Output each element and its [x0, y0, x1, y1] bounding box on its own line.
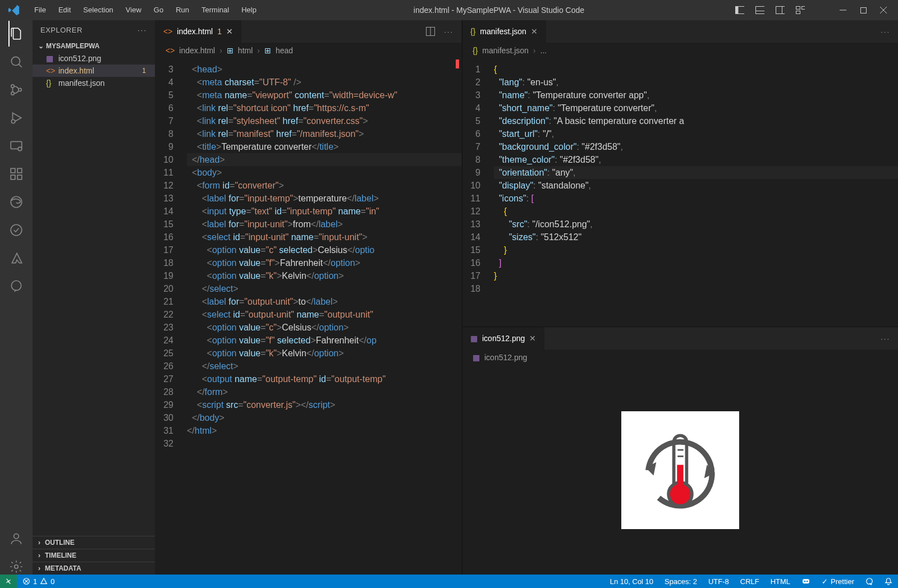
- source-control-icon[interactable]: [8, 82, 24, 98]
- close-tab-icon[interactable]: ✕: [529, 334, 536, 343]
- svg-rect-21: [11, 168, 15, 173]
- svg-point-13: [11, 57, 20, 65]
- status-indentation[interactable]: Spaces: 2: [659, 577, 703, 586]
- more-actions-icon[interactable]: ···: [444, 27, 453, 36]
- window-minimize-icon[interactable]: [839, 6, 847, 15]
- svg-rect-8: [796, 11, 800, 14]
- close-tab-icon[interactable]: ✕: [226, 27, 233, 36]
- settings-gear-icon[interactable]: [8, 559, 24, 575]
- code-editor-manifest[interactable]: 123456789101112131415161718 { "lang": "e…: [462, 58, 898, 327]
- image-preview[interactable]: [462, 365, 898, 575]
- svg-point-29: [15, 565, 19, 569]
- extensions-icon[interactable]: [8, 166, 24, 182]
- status-eol[interactable]: CRLF: [735, 577, 765, 586]
- menu-help[interactable]: Help: [235, 0, 263, 20]
- status-feedback-icon[interactable]: [860, 577, 879, 585]
- status-bell-icon[interactable]: [879, 577, 898, 585]
- status-bar: 1 0 Ln 10, Col 10 Spaces: 2 UTF-8 CRLF H…: [0, 575, 898, 588]
- status-problems[interactable]: 1 0: [17, 575, 60, 588]
- svg-point-45: [807, 580, 808, 582]
- azure-icon[interactable]: [8, 250, 24, 266]
- status-prettier[interactable]: ✓ Prettier: [816, 577, 860, 586]
- remote-indicator[interactable]: [0, 575, 17, 588]
- remote-explorer-icon[interactable]: [8, 138, 24, 154]
- menu-edit[interactable]: Edit: [52, 0, 77, 20]
- tab-manifest-json[interactable]: {} manifest.json ✕: [462, 20, 546, 43]
- chat-icon[interactable]: [8, 278, 24, 294]
- svg-rect-3: [756, 11, 765, 14]
- layout-secondary-sidebar-icon[interactable]: [776, 6, 785, 15]
- html-file-icon: <>: [166, 46, 175, 55]
- run-debug-icon[interactable]: [8, 110, 24, 126]
- svg-point-28: [14, 534, 19, 539]
- chevron-right-icon: ›: [38, 539, 40, 546]
- image-file-icon: ▦: [46, 54, 55, 63]
- svg-rect-7: [802, 7, 805, 10]
- close-tab-icon[interactable]: ✕: [531, 27, 538, 36]
- more-actions-icon[interactable]: ···: [881, 334, 890, 343]
- thermometer-icon: [621, 411, 739, 529]
- layout-primary-sidebar-icon[interactable]: [735, 6, 744, 15]
- svg-rect-4: [776, 7, 785, 14]
- menu-selection[interactable]: Selection: [77, 0, 119, 20]
- chevron-right-icon: ›: [38, 552, 40, 559]
- svg-rect-22: [11, 175, 15, 180]
- svg-rect-23: [17, 175, 22, 180]
- file-icon512[interactable]: ▦ icon512.png: [33, 52, 155, 65]
- more-actions-icon[interactable]: ···: [881, 27, 890, 36]
- editor-tabs-right: {} manifest.json ✕ ···: [462, 20, 898, 43]
- edge-icon[interactable]: [8, 194, 24, 210]
- tab-icon512[interactable]: ▦ icon512.png ✕: [462, 327, 544, 350]
- svg-point-17: [19, 88, 21, 91]
- window-close-icon[interactable]: [879, 6, 888, 15]
- html-file-icon: <>: [163, 27, 172, 36]
- explorer-title: EXPLORER: [40, 26, 83, 34]
- folder-root[interactable]: ⌄ MYSAMPLEPWA: [33, 40, 155, 52]
- svg-rect-5: [782, 7, 785, 14]
- svg-point-26: [11, 224, 22, 236]
- metadata-section[interactable]: ›METADATA: [33, 562, 155, 575]
- status-language[interactable]: HTML: [765, 577, 796, 586]
- breadcrumb[interactable]: <> index.html› ⊞html› ⊞head: [155, 43, 461, 58]
- outline-section[interactable]: ›OUTLINE: [33, 536, 155, 549]
- html-file-icon: <>: [46, 66, 55, 75]
- testing-icon[interactable]: [8, 222, 24, 238]
- window-maximize-icon[interactable]: [859, 6, 868, 15]
- more-actions-icon[interactable]: ···: [138, 26, 147, 34]
- timeline-section[interactable]: ›TIMELINE: [33, 549, 155, 562]
- code-editor-left[interactable]: 3456789101112131415161718192021222324252…: [155, 58, 461, 575]
- status-encoding[interactable]: UTF-8: [703, 577, 735, 586]
- menu-view[interactable]: View: [120, 0, 148, 20]
- explorer-icon[interactable]: [8, 26, 24, 42]
- titlebar: File Edit Selection View Go Run Terminal…: [0, 0, 898, 20]
- split-editor-icon[interactable]: [426, 27, 435, 36]
- svg-rect-36: [677, 465, 683, 491]
- svg-line-14: [19, 64, 21, 67]
- layout-panel-icon[interactable]: [755, 6, 764, 15]
- editor-tabs: <> index.html 1 ✕ ···: [155, 20, 461, 43]
- json-file-icon: {}: [473, 46, 478, 55]
- editor-group-left: <> index.html 1 ✕ ··· <> index.html› ⊞ht…: [155, 20, 461, 575]
- status-copilot-icon[interactable]: [796, 577, 816, 585]
- menu-file[interactable]: File: [28, 0, 52, 20]
- vscode-logo-icon: [0, 4, 28, 16]
- file-index-html[interactable]: <> index.html 1: [33, 65, 155, 77]
- breadcrumb[interactable]: ▦ icon512.png: [462, 350, 898, 365]
- svg-point-27: [11, 281, 21, 290]
- svg-rect-2: [756, 7, 765, 14]
- status-cursor-position[interactable]: Ln 10, Col 10: [604, 577, 659, 586]
- menu-go[interactable]: Go: [148, 0, 169, 20]
- menu-terminal[interactable]: Terminal: [195, 0, 235, 20]
- file-manifest-json[interactable]: {} manifest.json: [33, 77, 155, 89]
- breadcrumb[interactable]: {} manifest.json› ...: [462, 43, 898, 58]
- chevron-down-icon: ⌄: [38, 42, 44, 50]
- svg-rect-43: [803, 579, 809, 584]
- explorer-sidebar: EXPLORER ··· ⌄ MYSAMPLEPWA ▦ icon512.png…: [33, 20, 155, 575]
- tab-index-html[interactable]: <> index.html 1 ✕: [155, 20, 241, 43]
- image-file-icon: ▦: [470, 334, 478, 343]
- svg-point-15: [11, 85, 14, 88]
- menu-run[interactable]: Run: [169, 0, 195, 20]
- accounts-icon[interactable]: [8, 531, 24, 546]
- search-icon[interactable]: [8, 54, 24, 70]
- layout-customize-icon[interactable]: [796, 6, 805, 15]
